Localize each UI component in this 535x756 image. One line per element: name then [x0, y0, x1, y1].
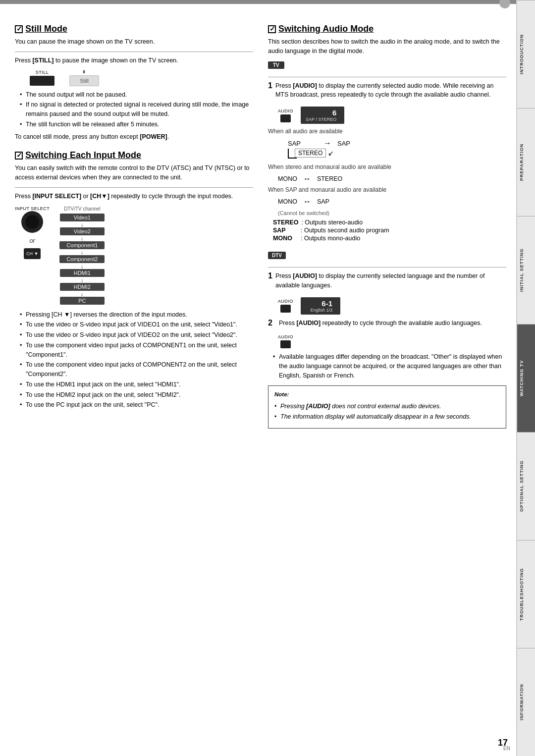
input-hdmi1: HDMI1: [60, 269, 105, 277]
legend-sap-value: : Outputs second audio program: [301, 227, 389, 234]
top-circle: [499, 0, 510, 8]
input-chain: DTV/TV channel Video1 ↓ Video2 ↓ Compone…: [59, 206, 105, 305]
ch-down-btn: CH ▼: [24, 248, 41, 259]
note-bullets: Pressing [AUDIO] does not control extern…: [274, 402, 500, 422]
sap-mono-available: When SAP and monaural audio are availabl…: [268, 186, 506, 193]
bullet-2: If no signal is detected or protected si…: [20, 100, 253, 119]
dtv-osd-num: 6-1: [306, 299, 332, 308]
stereo-mono-available: When stereo and monaural audio are avail…: [268, 163, 506, 170]
arrow-6: ↓: [81, 291, 84, 297]
note-box: Note: Pressing [AUDIO] does not control …: [268, 385, 506, 429]
input-bullet-5: To use the HDMI1 input jack on the unit,…: [20, 380, 253, 389]
input-select-label: INPUT SELECT: [15, 206, 50, 211]
still-mode-section: Still Mode You can pause the image shown…: [15, 24, 253, 141]
dtv-step2-text: Press [AUDIO] repeatedly to cycle throug…: [279, 319, 482, 328]
tab-watching-tv[interactable]: WATCHING TV: [517, 324, 535, 432]
tv-badge: TV: [268, 61, 284, 69]
input-video2: Video2: [60, 227, 105, 235]
input-hdmi2: HDMI2: [60, 283, 105, 291]
still-mode-title: Still Mode: [15, 24, 253, 34]
input-mode-section: Switching Each Input Mode You can easily…: [15, 150, 253, 410]
dtv-step1-row: 1 Press [AUDIO] to display the currently…: [268, 271, 506, 293]
still-osd-display: Still: [69, 75, 99, 86]
arrow-lr-2: ↔: [303, 197, 311, 206]
input-bullet-3: To use the component video input jacks o…: [20, 341, 253, 360]
audio-osd-sub: SAP / STEREO: [306, 117, 336, 122]
dtv-badge: DTV: [268, 252, 286, 259]
audio-step1-row: 1 Press [AUDIO] to display the currently…: [268, 81, 506, 103]
bullet-3: The still function will be released afte…: [20, 120, 253, 129]
audio-mode-checkbox-icon: [268, 25, 276, 33]
tab-initial-setting[interactable]: INITIAL SETTING: [517, 216, 535, 324]
right-column: Switching Audio Mode This section descri…: [268, 24, 506, 429]
sap-3: SAP: [317, 198, 329, 205]
mono-stereo-row: MONO ↔ STEREO: [278, 174, 506, 183]
step2-audio-btn: [280, 340, 291, 348]
tab-introduction[interactable]: INTRODUCTION: [517, 0, 535, 108]
dtv-audio-osd: 6-1 English 1/3: [301, 297, 340, 315]
still-mode-cancel: To cancel still mode, press any button e…: [15, 132, 253, 142]
still-mode-instruction: Press [STILL] to pause the image shown o…: [15, 56, 253, 65]
legend-stereo-value: : Outputs stereo-audio: [301, 219, 363, 226]
dtv-step2-num: 2: [268, 319, 276, 327]
tab-preparation[interactable]: PREPARATION: [517, 108, 535, 216]
input-bullet-2: To use the video or S-video input jack o…: [20, 330, 253, 340]
legend-mono-value: : Outputs mono-audio: [301, 235, 360, 242]
dtv-step1-num: 1: [268, 271, 272, 280]
mono-1: MONO: [278, 175, 297, 182]
dtv-bullets: Available languages differ depending on …: [268, 352, 506, 380]
input-component1: Component1: [59, 241, 105, 249]
input-bullet-6: To use the HDMI2 input jack on the unit,…: [20, 390, 253, 400]
dtv-step2-row: 2 Press [AUDIO] repeatedly to cycle thro…: [268, 319, 506, 331]
input-mode-checkbox-icon: [15, 152, 23, 160]
note-bullet-1: The information display will automatical…: [274, 412, 500, 422]
audio-legend: STEREO : Outputs stereo-audio SAP : Outp…: [273, 219, 506, 242]
input-mode-title: Switching Each Input Mode: [15, 150, 253, 161]
stereo-label: STEREO: [295, 149, 326, 158]
step2-audio-btn-label: AUDIO: [278, 334, 293, 339]
audio-display: AUDIO 6 SAP / STEREO: [278, 107, 506, 124]
arrow-lr-1: ↔: [303, 174, 311, 183]
legend-stereo: STEREO : Outputs stereo-audio: [273, 219, 506, 226]
step1-num: 1: [268, 81, 272, 90]
arrow-2: ↓: [81, 236, 84, 241]
bullet-1: The sound output will not be paused.: [20, 90, 253, 100]
tab-troubleshooting[interactable]: TROUBLESHOOTING: [517, 540, 535, 648]
audio-mode-intro: This section describes how to switch the…: [268, 37, 506, 56]
legend-mono: MONO : Outputs mono-audio: [273, 235, 506, 242]
audio-btn: [280, 114, 291, 122]
tab-optional-setting[interactable]: OPTIONAL SETTING: [517, 432, 535, 540]
input-mode-intro: You can easily switch with the remote co…: [15, 163, 253, 182]
dtv-step2-audio-display: AUDIO: [278, 334, 506, 348]
tab-information[interactable]: INFORMATION: [517, 648, 535, 756]
note-bullet-0: Pressing [AUDIO] does not control extern…: [274, 402, 500, 411]
legend-sap-key: SAP: [273, 227, 298, 234]
arrow-right-1: →: [323, 139, 331, 148]
input-mode-instruction: Press [INPUT SELECT] or [CH▼] repeatedly…: [15, 192, 253, 201]
dtv-audio-display: AUDIO 6-1 English 1/3: [278, 297, 506, 315]
dtv-osd-sub: English 1/3: [306, 308, 332, 313]
stereo-2: STEREO: [317, 175, 342, 182]
legend-sap: SAP : Outputs second audio program: [273, 227, 506, 234]
audio-mode-title: Switching Audio Mode: [268, 24, 506, 34]
still-btn-osd: [30, 76, 54, 86]
dtv-audio-btn-label: AUDIO: [278, 299, 293, 304]
input-video1: Video1: [60, 214, 105, 221]
input-bullet-0: Pressing [CH ▼] reverses the direction o…: [20, 310, 253, 320]
or-text: or: [29, 237, 35, 244]
mono-2: MONO: [278, 198, 297, 205]
dtv-audio-btn: [280, 305, 291, 313]
audio-osd: 6 SAP / STEREO: [301, 107, 344, 124]
legend-mono-key: MONO: [273, 235, 298, 242]
still-mode-intro: You can pause the image shown on the TV …: [15, 37, 253, 47]
sap-right: SAP: [337, 140, 365, 147]
input-bullet-1: To use the video or S-video input jack o…: [20, 320, 253, 329]
input-pc: PC: [60, 297, 105, 305]
still-mode-checkbox-icon: [15, 25, 23, 33]
remote-buttons-col: INPUT SELECT or CH ▼: [15, 206, 50, 259]
input-select-btn: [21, 211, 43, 233]
top-bar: [0, 0, 516, 4]
arrow-return: ↙: [328, 149, 334, 157]
side-tabs: INTRODUCTION PREPARATION INITIAL SETTING…: [516, 0, 535, 756]
still-display: STILL ⏸ Still: [30, 69, 253, 86]
